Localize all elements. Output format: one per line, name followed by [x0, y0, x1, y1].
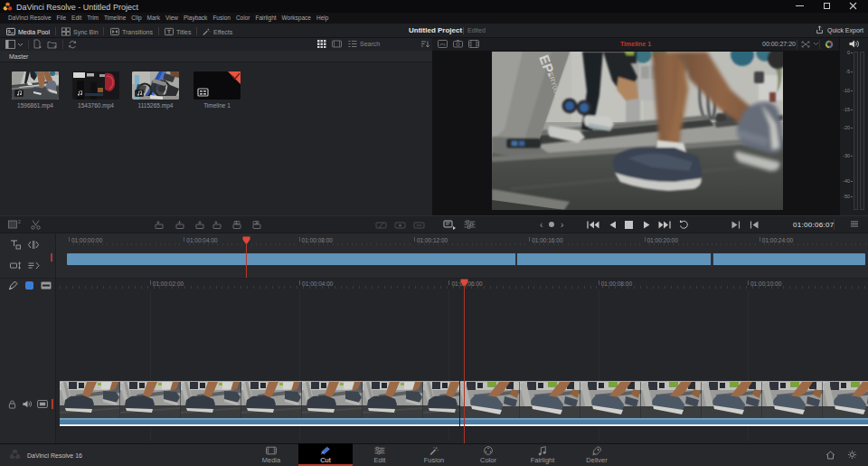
svg-text:2: 2	[18, 219, 21, 224]
